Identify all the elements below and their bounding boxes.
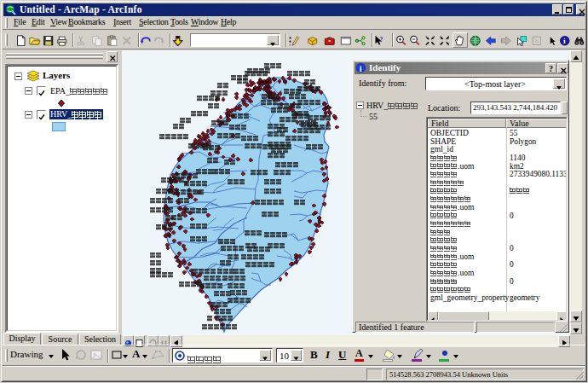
svg-text:i: i	[563, 37, 566, 45]
svg-text:i: i	[360, 64, 362, 73]
svg-text:?: ?	[380, 35, 383, 43]
